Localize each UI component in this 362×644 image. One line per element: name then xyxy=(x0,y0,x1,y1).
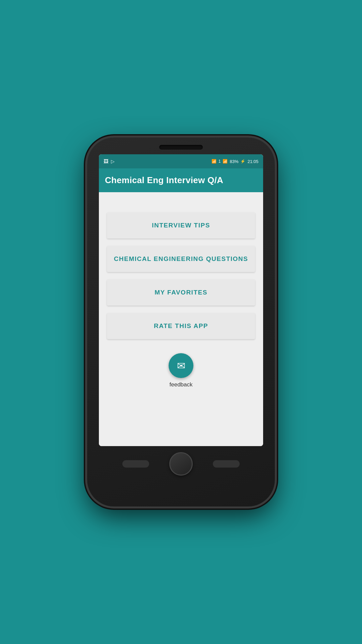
status-right-info: 📶 1 📶 83% ⚡ 21:05 xyxy=(212,159,258,164)
status-bar: 🖼 ▷ 📶 1 📶 83% ⚡ 21:05 xyxy=(99,154,263,168)
my-favorites-label: MY FAVORITES xyxy=(155,289,207,296)
signal-bars-icon: 📶 xyxy=(223,159,228,164)
phone-speaker xyxy=(159,145,203,150)
chemical-engineering-questions-button[interactable]: CHEMICAL ENGINEERING QUESTIONS xyxy=(107,246,255,272)
main-content: INTERVIEW TIPS CHEMICAL ENGINEERING QUES… xyxy=(99,192,263,446)
battery-icon: ⚡ xyxy=(240,159,245,164)
feedback-label: feedback xyxy=(170,381,193,388)
network-icon: 1 xyxy=(219,159,221,164)
battery-percentage: 83% xyxy=(230,159,238,164)
app-title: Chemical Eng Interview Q/A xyxy=(105,175,223,185)
feedback-button[interactable]: ✉ xyxy=(169,353,193,378)
chemical-engineering-questions-label: CHEMICAL ENGINEERING QUESTIONS xyxy=(114,255,248,262)
interview-tips-button[interactable]: INTERVIEW TIPS xyxy=(107,212,255,238)
recents-button[interactable] xyxy=(213,460,240,468)
feedback-section: ✉ feedback xyxy=(169,353,193,388)
back-button[interactable] xyxy=(122,460,149,468)
clock: 21:05 xyxy=(247,159,258,164)
rate-this-app-label: RATE THIS APP xyxy=(154,322,208,329)
home-button[interactable] xyxy=(169,452,193,476)
status-left-icons: 🖼 ▷ xyxy=(104,159,115,164)
notification-icon-2: ▷ xyxy=(111,159,115,164)
wifi-icon: 📶 xyxy=(212,159,217,164)
phone-bottom-nav xyxy=(87,452,275,476)
rate-this-app-button[interactable]: RATE THIS APP xyxy=(107,313,255,339)
phone-screen: 🖼 ▷ 📶 1 📶 83% ⚡ 21:05 Chemical Eng Inter… xyxy=(99,154,263,446)
mail-icon: ✉ xyxy=(177,360,185,372)
interview-tips-label: INTERVIEW TIPS xyxy=(152,222,210,229)
phone-shell: 🖼 ▷ 📶 1 📶 83% ⚡ 21:05 Chemical Eng Inter… xyxy=(87,138,275,506)
notification-icon-1: 🖼 xyxy=(104,159,108,164)
app-header: Chemical Eng Interview Q/A xyxy=(99,168,263,192)
my-favorites-button[interactable]: MY FAVORITES xyxy=(107,279,255,306)
